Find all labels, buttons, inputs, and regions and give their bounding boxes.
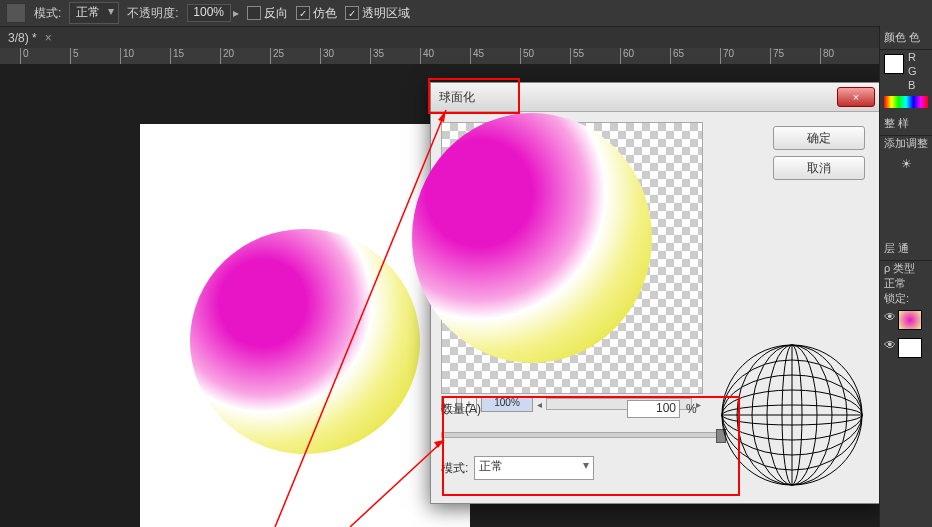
ruler-horizontal: 05101520253035404550556065707580 [0, 48, 880, 65]
amount-label: 数量(A) [441, 401, 621, 418]
brightness-icon[interactable]: ☀ [880, 151, 932, 177]
ruler-tick: 20 [220, 48, 234, 64]
opacity-field[interactable]: 100% [187, 4, 231, 22]
close-tab-icon[interactable]: × [45, 31, 52, 45]
controls-group: 数量(A) 100 % 模式: 正常 [441, 400, 731, 490]
checkbox-icon: ✓ [296, 6, 310, 20]
dialog-titlebar[interactable]: 球面化 × [431, 83, 881, 112]
preview-box[interactable] [441, 122, 703, 394]
dialog-mode-label: 模式: [441, 460, 468, 477]
g-label: G [908, 64, 917, 78]
sphere-wireframe-icon [717, 340, 867, 490]
close-icon: × [853, 91, 859, 103]
dialog-mode-select[interactable]: 正常 [474, 456, 594, 480]
chevron-down-icon[interactable]: ▸ [233, 6, 239, 20]
ruler-tick: 0 [20, 48, 29, 64]
color-panel-tab[interactable]: 颜色 色 [880, 26, 932, 50]
canvas[interactable] [140, 124, 470, 527]
b-label: B [908, 78, 917, 92]
right-panels: 颜色 色 R G B 整 样 添加调整 ☀ 层 通 ρ 类型 正常 锁定: 👁 … [879, 26, 932, 527]
r-label: R [908, 50, 917, 64]
reverse-label: 反向 [264, 5, 288, 22]
color-tab-label: 颜色 [884, 31, 906, 43]
dialog-body: − + 100% ◂ ▸ 确定 取消 数量(A) 100 % 模式: 正常 [431, 112, 881, 504]
foreground-swatch[interactable] [884, 54, 904, 74]
adjust-tab-label: 整 [884, 117, 895, 129]
layers-panel-tab[interactable]: 层 通 [880, 237, 932, 261]
options-bar: 模式: 正常 不透明度: 100% ▸ 反向 ✓仿色 ✓透明区域 [0, 0, 932, 27]
type-label: 类型 [893, 262, 915, 274]
document-tab[interactable]: 3/8) * × [0, 27, 932, 50]
ruler-tick: 70 [720, 48, 734, 64]
layer-thumb[interactable] [898, 310, 922, 330]
cancel-button[interactable]: 取消 [773, 156, 865, 180]
ruler-tick: 5 [70, 48, 79, 64]
ruler-tick: 35 [370, 48, 384, 64]
ruler-tick: 10 [120, 48, 134, 64]
amount-input[interactable]: 100 [627, 400, 680, 418]
adjustments-panel-tab[interactable]: 整 样 [880, 112, 932, 136]
spherize-dialog: 球面化 × − + 100% ◂ ▸ 确定 取消 数量(A) 100 % 模式:… [430, 82, 882, 504]
color-ramp[interactable] [884, 96, 928, 108]
style-tab-label: 样 [898, 117, 909, 129]
layer-thumb[interactable] [898, 338, 922, 358]
dialog-close-button[interactable]: × [837, 87, 875, 107]
ok-button[interactable]: 确定 [773, 126, 865, 150]
mask-tab-label: 通 [898, 242, 909, 254]
blend-mode-select[interactable]: 正常 [69, 2, 119, 24]
ruler-tick: 25 [270, 48, 284, 64]
ruler-tick: 60 [620, 48, 634, 64]
transparency-label: 透明区域 [362, 5, 410, 22]
layer-tab-label: 层 [884, 242, 895, 254]
dither-checkbox[interactable]: ✓仿色 [296, 5, 337, 22]
swatch-tab-label: 色 [909, 31, 920, 43]
ruler-tick: 80 [820, 48, 834, 64]
opacity-label: 不透明度: [127, 5, 178, 22]
checkbox-icon: ✓ [345, 6, 359, 20]
ruler-tick: 50 [520, 48, 534, 64]
ruler-tick: 55 [570, 48, 584, 64]
dither-label: 仿色 [313, 5, 337, 22]
eye-icon[interactable]: 👁 [884, 310, 896, 330]
preview-gradient [412, 113, 652, 363]
gradient-preset-icon[interactable] [6, 3, 26, 23]
layer-blend-select[interactable]: 正常 [880, 276, 932, 291]
mode-label: 模式: [34, 5, 61, 22]
ruler-tick: 65 [670, 48, 684, 64]
ruler-tick: 75 [770, 48, 784, 64]
amount-slider[interactable] [441, 432, 723, 438]
dialog-mode-value: 正常 [479, 459, 503, 473]
checkbox-icon [247, 6, 261, 20]
dialog-title: 球面化 [439, 89, 475, 106]
type-filter-label[interactable]: ρ 类型 [880, 261, 932, 276]
eye-icon[interactable]: 👁 [884, 338, 896, 358]
blend-mode-value: 正常 [76, 5, 100, 19]
ruler-tick: 15 [170, 48, 184, 64]
transparency-checkbox[interactable]: ✓透明区域 [345, 5, 410, 22]
amount-unit: % [686, 402, 697, 416]
gradient-oval [179, 218, 431, 466]
lock-label: 锁定: [880, 291, 932, 306]
reverse-checkbox[interactable]: 反向 [247, 5, 288, 22]
ruler-tick: 45 [470, 48, 484, 64]
ruler-tick: 40 [420, 48, 434, 64]
document-title: 3/8) * [8, 31, 37, 45]
add-adjustment-label: 添加调整 [880, 136, 932, 151]
ruler-tick: 30 [320, 48, 334, 64]
